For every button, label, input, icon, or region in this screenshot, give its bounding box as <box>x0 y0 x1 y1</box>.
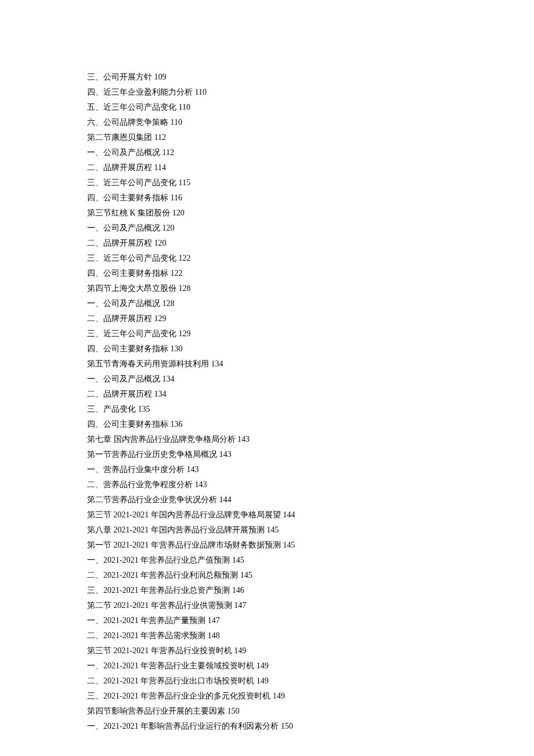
toc-entry-text: 一、2021-2021 年影响营养品行业运行的有利因素分析 <box>87 722 279 730</box>
toc-entry: 一、营养品行业集中度分析 143 <box>87 462 447 477</box>
toc-entry: 四、公司主要财务指标 122 <box>87 266 447 281</box>
toc-entry: 第四节影响营养品行业开展的主要因素 150 <box>87 704 447 719</box>
toc-entry-text: 一、公司及产品概况 <box>87 224 160 232</box>
toc-entry-text: 第一节 2021-2021 年营养品行业品牌市场财务数据预测 <box>87 541 281 549</box>
toc-entry-page: 136 <box>171 420 183 429</box>
toc-entry-text: 三、近三年公司产品变化 <box>87 329 176 338</box>
toc-entry-text: 二、2021-2021 年营养品行业出口市场投资时机 <box>87 676 254 685</box>
toc-entry-page: 129 <box>154 314 167 323</box>
toc-entry: 四、近三年企业盈利能力分析 110 <box>87 85 447 100</box>
toc-entry: 四、公司主要财务指标 136 <box>87 417 447 432</box>
toc-entry-page: 145 <box>232 556 244 564</box>
toc-entry-page: 144 <box>283 510 295 519</box>
toc-entry-text: 第五节青海春天药用资源科技利用 <box>87 359 209 368</box>
toc-entry: 第四节上海交大昂立股份 128 <box>87 281 447 296</box>
toc-entry: 二、2021-2021 年营养品行业出口市场投资时机 149 <box>87 674 447 689</box>
toc-entry-page: 145 <box>240 571 252 579</box>
toc-entry: 第三节红桃 K 集团股份 120 <box>87 206 447 221</box>
toc-entry-page: 115 <box>179 178 190 187</box>
toc-entry-page: 120 <box>154 239 167 247</box>
toc-entry-text: 二、品牌开展历程 <box>87 390 152 398</box>
toc-entry-text: 一、公司及产品概况 <box>87 148 160 157</box>
toc-entry-text: 四、公司主要财务指标 <box>87 269 168 278</box>
toc-entry-page: 150 <box>281 722 293 730</box>
toc-entry: 二、品牌开展历程 114 <box>87 160 447 175</box>
toc-entry-page: 149 <box>234 646 246 655</box>
toc-entry: 第二节康恩贝集团 112 <box>87 130 447 145</box>
toc-entry-page: 144 <box>219 495 232 504</box>
toc-entry-page: 109 <box>154 73 167 81</box>
toc-entry-page: 134 <box>163 375 175 383</box>
toc-entry-text: 二、2021-2021 年营养品行业利润总额预测 <box>87 571 238 579</box>
toc-entry-text: 三、公司开展方针 <box>87 73 152 81</box>
toc-entry-page: 112 <box>154 133 166 142</box>
toc-entry: 第五节青海春天药用资源科技利用 134 <box>87 357 447 372</box>
toc-entry-text: 一、2021-2021 年营养品行业主要领域投资时机 <box>87 661 254 670</box>
toc-entry: 四、公司主要财务指标 130 <box>87 341 447 357</box>
toc-entry-text: 一、公司及产品概况 <box>87 375 160 383</box>
toc-entry-text: 一、公司及产品概况 <box>87 299 160 308</box>
toc-entry: 三、近三年公司产品变化 129 <box>87 326 447 341</box>
toc-entry: 一、2021-2021 年影响营养品行业运行的有利因素分析 150 <box>87 719 447 734</box>
toc-entry: 三、近三年公司产品变化 122 <box>87 251 447 266</box>
toc-entry-page: 128 <box>179 284 191 293</box>
toc-entry-text: 四、公司主要财务指标 <box>87 420 168 429</box>
toc-entry-text: 三、近三年公司产品变化 <box>87 254 176 262</box>
toc-entry: 一、2021-2021 年营养品行业总产值预测 145 <box>87 553 447 568</box>
toc-entry-text: 第四节影响营养品行业开展的主要因素 <box>87 707 225 715</box>
toc-entry-page: 134 <box>211 359 223 368</box>
toc-entry-text: 第七章 国内营养品行业品牌竞争格局分析 <box>87 435 236 444</box>
toc-entry: 六、公司品牌竞争策略 110 <box>87 115 447 130</box>
toc-entry: 二、品牌开展历程 120 <box>87 236 447 251</box>
toc-entry-page: 148 <box>208 631 220 640</box>
toc-entry-text: 四、近三年企业盈利能力分析 <box>87 88 193 96</box>
toc-entry-page: 122 <box>171 269 183 278</box>
toc-entry-text: 四、公司主要财务指标 <box>87 344 168 353</box>
toc-entry-page: 110 <box>171 118 182 127</box>
toc-entry-text: 第三节红桃 K 集团股份 <box>87 208 170 217</box>
toc-entry: 二、品牌开展历程 129 <box>87 311 447 326</box>
toc-entry-text: 第三节 2021-2021 年营养品行业投资时机 <box>87 646 232 655</box>
toc-entry: 四、公司主要财务指标 116 <box>87 190 447 206</box>
toc-entry-page: 147 <box>208 616 220 625</box>
toc-entry: 二、品牌开展历程 134 <box>87 387 447 402</box>
toc-entry-text: 三、产品变化 <box>87 405 136 413</box>
toc-entry-page: 110 <box>179 103 190 111</box>
toc-entry-text: 三、2021-2021 年营养品行业总资产预测 <box>87 586 230 595</box>
toc-entry-page: 149 <box>257 676 269 685</box>
toc-entry-page: 120 <box>163 224 175 232</box>
toc-entry: 第三节 2021-2021 年营养品行业投资时机 149 <box>87 643 447 658</box>
toc-entry: 二、2021-2021 年营养品需求预测 148 <box>87 628 447 643</box>
toc-entry: 二、营养品行业竞争程度分析 143 <box>87 477 447 492</box>
toc-entry: 第二节 2021-2021 年营养品行业供需预测 147 <box>87 598 447 613</box>
toc-entry-page: 112 <box>163 148 174 157</box>
toc-entry-page: 147 <box>234 601 246 610</box>
toc-entry-text: 第二节营养品行业企业竞争状况分析 <box>87 495 217 504</box>
toc-entry-page: 143 <box>237 435 250 444</box>
toc-entry-text: 第八章 2021-2021 年国内营养品行业品牌开展预测 <box>87 525 265 534</box>
toc-entry-page: 150 <box>228 707 240 715</box>
toc-entry-page: 135 <box>138 405 150 413</box>
toc-entry-text: 一、2021-2021 年营养品行业总产值预测 <box>87 556 230 564</box>
toc-entry: 第三节 2021-2021 年国内营养品行业品牌竞争格局展望 144 <box>87 507 447 523</box>
toc-entry: 第一节 2021-2021 年营养品行业品牌市场财务数据预测 145 <box>87 538 447 553</box>
toc-entry-text: 三、2021-2021 年营养品行业企业的多元化投资时机 <box>87 692 270 700</box>
toc-entry-text: 二、2021-2021 年营养品需求预测 <box>87 631 205 640</box>
toc-entry: 一、公司及产品概况 120 <box>87 221 447 236</box>
toc-entry-text: 二、营养品行业竞争程度分析 <box>87 480 193 489</box>
toc-entry-text: 三、近三年公司产品变化 <box>87 178 176 187</box>
toc-entry-text: 第二节 2021-2021 年营养品行业供需预测 <box>87 601 232 610</box>
toc-entry: 一、2021-2021 年营养品产量预测 147 <box>87 613 447 628</box>
toc-entry-page: 149 <box>273 692 285 700</box>
toc-entry-page: 120 <box>172 208 185 217</box>
toc-entry: 一、公司及产品概况 128 <box>87 296 447 311</box>
toc-entry: 第一节营养品行业历史竞争格局概况 143 <box>87 447 447 462</box>
toc-entry-text: 一、营养品行业集中度分析 <box>87 465 185 474</box>
toc-entry: 三、近三年公司产品变化 115 <box>87 175 447 190</box>
toc-entry-text: 一、2021-2021 年营养品产量预测 <box>87 616 205 625</box>
toc-entry-page: 149 <box>257 661 269 670</box>
toc-entry-page: 143 <box>219 450 232 459</box>
toc-entry-page: 122 <box>179 254 191 262</box>
toc-entry: 三、2021-2021 年营养品行业企业的多元化投资时机 149 <box>87 689 447 704</box>
toc-entry-text: 第二节康恩贝集团 <box>87 133 152 142</box>
